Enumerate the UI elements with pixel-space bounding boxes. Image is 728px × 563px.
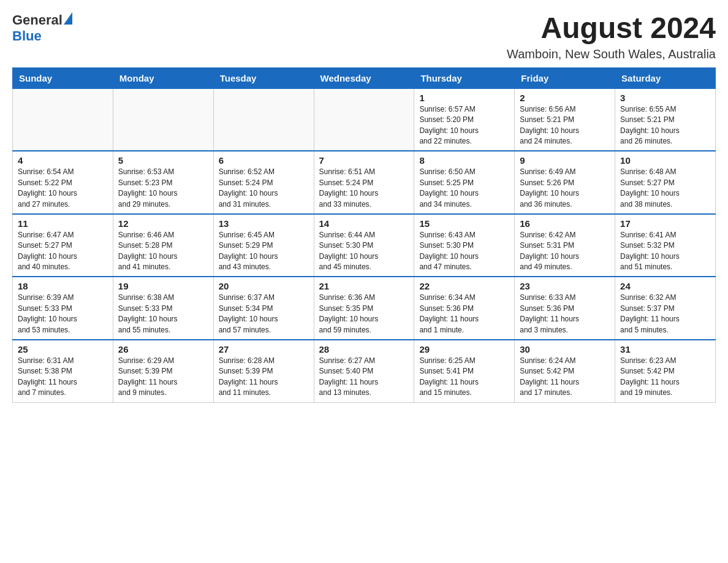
- calendar-cell: 25Sunrise: 6:31 AM Sunset: 5:38 PM Dayli…: [13, 340, 113, 402]
- calendar-week-row: 11Sunrise: 6:47 AM Sunset: 5:27 PM Dayli…: [13, 214, 716, 277]
- day-number: 24: [620, 281, 710, 291]
- weekday-header-tuesday: Tuesday: [213, 67, 314, 88]
- logo: General Blue: [12, 12, 72, 44]
- calendar-cell: 1Sunrise: 6:57 AM Sunset: 5:20 PM Daylig…: [414, 88, 515, 151]
- day-number: 12: [118, 218, 208, 229]
- calendar-table: SundayMondayTuesdayWednesdayThursdayFrid…: [12, 67, 716, 403]
- day-info: Sunrise: 6:56 AM Sunset: 5:21 PM Dayligh…: [520, 104, 610, 147]
- day-number: 31: [620, 344, 710, 354]
- day-number: 30: [520, 344, 610, 354]
- calendar-cell: 28Sunrise: 6:27 AM Sunset: 5:40 PM Dayli…: [314, 340, 414, 402]
- day-info: Sunrise: 6:33 AM Sunset: 5:36 PM Dayligh…: [520, 293, 610, 335]
- calendar-cell: 26Sunrise: 6:29 AM Sunset: 5:39 PM Dayli…: [113, 340, 213, 402]
- weekday-header-monday: Monday: [113, 67, 213, 88]
- location-title: Wamboin, New South Wales, Australia: [507, 47, 716, 61]
- calendar-week-row: 25Sunrise: 6:31 AM Sunset: 5:38 PM Dayli…: [13, 340, 716, 402]
- day-number: 23: [520, 281, 610, 291]
- calendar-cell: 19Sunrise: 6:38 AM Sunset: 5:33 PM Dayli…: [113, 277, 213, 340]
- day-number: 7: [319, 155, 409, 166]
- day-info: Sunrise: 6:39 AM Sunset: 5:33 PM Dayligh…: [18, 293, 108, 335]
- day-info: Sunrise: 6:45 AM Sunset: 5:29 PM Dayligh…: [219, 230, 309, 273]
- day-info: Sunrise: 6:52 AM Sunset: 5:24 PM Dayligh…: [219, 167, 309, 210]
- logo-blue: Blue: [12, 28, 42, 44]
- day-number: 25: [18, 344, 108, 354]
- day-number: 21: [319, 281, 409, 291]
- day-number: 17: [620, 218, 710, 229]
- day-info: Sunrise: 6:46 AM Sunset: 5:28 PM Dayligh…: [118, 230, 208, 273]
- day-info: Sunrise: 6:28 AM Sunset: 5:39 PM Dayligh…: [219, 356, 309, 399]
- calendar-cell: 30Sunrise: 6:24 AM Sunset: 5:42 PM Dayli…: [515, 340, 615, 402]
- day-info: Sunrise: 6:34 AM Sunset: 5:36 PM Dayligh…: [419, 293, 509, 335]
- calendar-cell: [113, 88, 213, 151]
- day-number: 28: [319, 344, 409, 354]
- day-info: Sunrise: 6:36 AM Sunset: 5:35 PM Dayligh…: [319, 293, 409, 335]
- day-info: Sunrise: 6:29 AM Sunset: 5:39 PM Dayligh…: [118, 356, 208, 399]
- day-number: 22: [419, 281, 509, 291]
- logo-triangle-icon: [64, 12, 72, 25]
- day-info: Sunrise: 6:32 AM Sunset: 5:37 PM Dayligh…: [620, 293, 710, 335]
- day-number: 16: [520, 218, 610, 229]
- weekday-header-thursday: Thursday: [414, 67, 515, 88]
- weekday-header-friday: Friday: [515, 67, 615, 88]
- calendar-week-row: 1Sunrise: 6:57 AM Sunset: 5:20 PM Daylig…: [13, 88, 716, 151]
- calendar-cell: 12Sunrise: 6:46 AM Sunset: 5:28 PM Dayli…: [113, 214, 213, 277]
- day-info: Sunrise: 6:44 AM Sunset: 5:30 PM Dayligh…: [319, 230, 409, 273]
- day-info: Sunrise: 6:54 AM Sunset: 5:22 PM Dayligh…: [18, 167, 108, 210]
- calendar-cell: 16Sunrise: 6:42 AM Sunset: 5:31 PM Dayli…: [515, 214, 615, 277]
- day-number: 9: [520, 155, 610, 166]
- day-info: Sunrise: 6:23 AM Sunset: 5:42 PM Dayligh…: [620, 356, 710, 399]
- calendar-cell: 8Sunrise: 6:50 AM Sunset: 5:25 PM Daylig…: [414, 151, 515, 214]
- day-number: 26: [118, 344, 208, 354]
- calendar-cell: 3Sunrise: 6:55 AM Sunset: 5:21 PM Daylig…: [615, 88, 716, 151]
- day-number: 5: [118, 155, 208, 166]
- day-number: 10: [620, 155, 710, 166]
- day-number: 4: [18, 155, 108, 166]
- calendar-cell: 27Sunrise: 6:28 AM Sunset: 5:39 PM Dayli…: [213, 340, 314, 402]
- day-number: 27: [219, 344, 309, 354]
- day-number: 20: [219, 281, 309, 291]
- calendar-cell: 14Sunrise: 6:44 AM Sunset: 5:30 PM Dayli…: [314, 214, 414, 277]
- calendar-cell: 29Sunrise: 6:25 AM Sunset: 5:41 PM Dayli…: [414, 340, 515, 402]
- weekday-header-sunday: Sunday: [13, 67, 113, 88]
- title-section: August 2024 Wamboin, New South Wales, Au…: [507, 12, 716, 61]
- day-info: Sunrise: 6:37 AM Sunset: 5:34 PM Dayligh…: [219, 293, 309, 335]
- calendar-cell: [13, 88, 113, 151]
- calendar-week-row: 4Sunrise: 6:54 AM Sunset: 5:22 PM Daylig…: [13, 151, 716, 214]
- day-info: Sunrise: 6:55 AM Sunset: 5:21 PM Dayligh…: [620, 104, 710, 147]
- calendar-header-row: SundayMondayTuesdayWednesdayThursdayFrid…: [13, 67, 716, 88]
- calendar-cell: 2Sunrise: 6:56 AM Sunset: 5:21 PM Daylig…: [515, 88, 615, 151]
- day-info: Sunrise: 6:49 AM Sunset: 5:26 PM Dayligh…: [520, 167, 610, 210]
- calendar-cell: 7Sunrise: 6:51 AM Sunset: 5:24 PM Daylig…: [314, 151, 414, 214]
- day-number: 8: [419, 155, 509, 166]
- day-number: 19: [118, 281, 208, 291]
- calendar-week-row: 18Sunrise: 6:39 AM Sunset: 5:33 PM Dayli…: [13, 277, 716, 340]
- calendar-cell: 18Sunrise: 6:39 AM Sunset: 5:33 PM Dayli…: [13, 277, 113, 340]
- day-info: Sunrise: 6:27 AM Sunset: 5:40 PM Dayligh…: [319, 356, 409, 399]
- calendar-cell: 9Sunrise: 6:49 AM Sunset: 5:26 PM Daylig…: [515, 151, 615, 214]
- day-number: 15: [419, 218, 509, 229]
- day-number: 13: [219, 218, 309, 229]
- calendar-cell: 23Sunrise: 6:33 AM Sunset: 5:36 PM Dayli…: [515, 277, 615, 340]
- calendar-cell: 31Sunrise: 6:23 AM Sunset: 5:42 PM Dayli…: [615, 340, 716, 402]
- day-info: Sunrise: 6:51 AM Sunset: 5:24 PM Dayligh…: [319, 167, 409, 210]
- day-info: Sunrise: 6:25 AM Sunset: 5:41 PM Dayligh…: [419, 356, 509, 399]
- calendar-cell: 20Sunrise: 6:37 AM Sunset: 5:34 PM Dayli…: [213, 277, 314, 340]
- day-number: 14: [319, 218, 409, 229]
- calendar-cell: 15Sunrise: 6:43 AM Sunset: 5:30 PM Dayli…: [414, 214, 515, 277]
- day-info: Sunrise: 6:53 AM Sunset: 5:23 PM Dayligh…: [118, 167, 208, 210]
- calendar-cell: [213, 88, 314, 151]
- calendar-cell: 13Sunrise: 6:45 AM Sunset: 5:29 PM Dayli…: [213, 214, 314, 277]
- calendar-cell: 22Sunrise: 6:34 AM Sunset: 5:36 PM Dayli…: [414, 277, 515, 340]
- day-info: Sunrise: 6:57 AM Sunset: 5:20 PM Dayligh…: [419, 104, 509, 147]
- calendar-cell: 17Sunrise: 6:41 AM Sunset: 5:32 PM Dayli…: [615, 214, 716, 277]
- day-number: 3: [620, 93, 710, 103]
- day-info: Sunrise: 6:50 AM Sunset: 5:25 PM Dayligh…: [419, 167, 509, 210]
- day-info: Sunrise: 6:41 AM Sunset: 5:32 PM Dayligh…: [620, 230, 710, 273]
- day-info: Sunrise: 6:48 AM Sunset: 5:27 PM Dayligh…: [620, 167, 710, 210]
- day-number: 18: [18, 281, 108, 291]
- logo-general: General: [12, 12, 63, 28]
- day-number: 1: [419, 93, 509, 103]
- calendar-cell: 24Sunrise: 6:32 AM Sunset: 5:37 PM Dayli…: [615, 277, 716, 340]
- day-number: 2: [520, 93, 610, 103]
- day-number: 29: [419, 344, 509, 354]
